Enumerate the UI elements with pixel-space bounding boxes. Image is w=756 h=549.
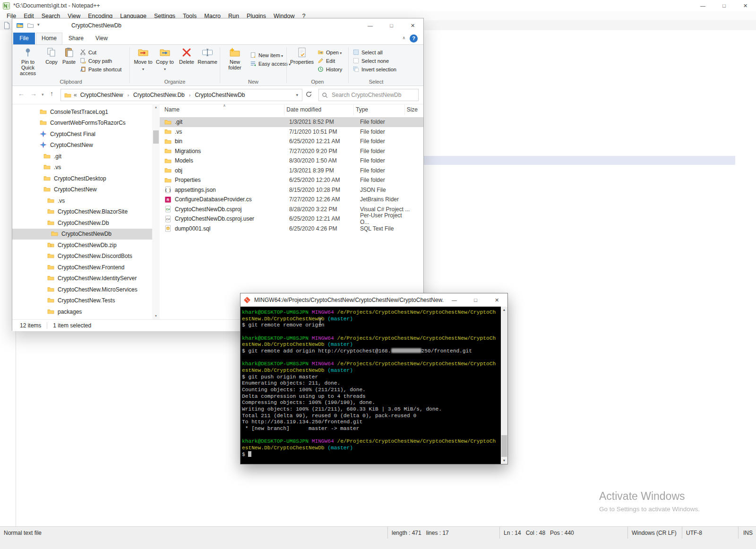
paste-shortcut-button[interactable]: Paste shortcut — [79, 66, 121, 73]
explorer-maximize-button[interactable] — [381, 18, 402, 33]
back-button[interactable] — [18, 90, 25, 97]
column-header-name[interactable]: Name — [163, 104, 284, 115]
new-folder-button[interactable]: New folder — [223, 46, 247, 70]
terminal-text: MINGW64 — [312, 361, 337, 367]
terminal-text: MINGW64 — [312, 335, 337, 341]
address-bar[interactable]: « CryptoChestNew›CryptoChestNew.Db›Crypt… — [60, 89, 302, 101]
edit-button[interactable]: Edit — [317, 57, 342, 64]
scroll-down-icon[interactable] — [501, 457, 507, 464]
open-button[interactable]: Open — [317, 49, 342, 56]
tree-item[interactable]: CryptoChestNew — [12, 184, 152, 196]
column-header-type[interactable]: Type — [354, 104, 405, 115]
properties-button[interactable]: Properties — [289, 46, 315, 65]
breadcrumb-item[interactable]: CryptoChestNew — [79, 92, 124, 98]
tab-file[interactable]: File — [13, 33, 35, 44]
column-header-size[interactable]: Size — [405, 104, 423, 115]
tree-scrollbar[interactable] — [152, 104, 160, 319]
quick-access-toolbar-icon[interactable] — [27, 22, 34, 29]
history-button[interactable]: History — [317, 66, 342, 73]
tree-item[interactable]: CryptoChestNewDb — [12, 229, 152, 240]
terminal-minimize-button[interactable] — [444, 293, 465, 307]
tab-share[interactable]: Share — [63, 33, 89, 44]
move-to-button[interactable]: Move to — [133, 46, 154, 72]
scrollbar-thumb[interactable] — [501, 435, 507, 457]
delete-button[interactable]: Delete — [177, 46, 196, 65]
file-row[interactable]: Properties6/25/2020 12:20 AMFile folder — [160, 175, 423, 185]
tree-item[interactable]: CryptoChest Final — [12, 129, 152, 140]
address-dropdown-icon[interactable] — [296, 93, 300, 97]
tree-item[interactable]: ConsoleTestTraceLog1 — [12, 106, 152, 118]
scroll-up-icon[interactable] — [152, 104, 160, 111]
refresh-icon[interactable] — [305, 91, 314, 99]
easy-access-button[interactable]: Easy access — [249, 60, 291, 67]
select-none-button[interactable]: Select none — [352, 57, 396, 64]
pin-to-quick-access-button[interactable]: Pin to Quick access — [14, 46, 42, 76]
file-row[interactable]: Migrations7/27/2020 9:20 PMFile folder — [160, 146, 423, 156]
file-row[interactable]: C#CryptoChestNewDb.csproj.user6/25/2020 … — [160, 214, 423, 224]
new-file-icon[interactable] — [3, 22, 10, 29]
tree-item[interactable]: ConvertWebFormsToRazorCs — [12, 118, 152, 129]
explorer-minimize-button[interactable] — [360, 18, 381, 33]
scroll-up-icon[interactable] — [501, 307, 507, 313]
tree-item[interactable]: CryptoChestNew.Tests — [12, 295, 152, 307]
tree-item[interactable]: CryptoChestNew.IdentityServer — [12, 273, 152, 284]
breadcrumb-item[interactable]: CryptoChestNew.Db — [132, 92, 186, 98]
rename-button[interactable]: Rename — [197, 46, 218, 65]
tree-item[interactable]: CryptoChestNew.BlazorSite — [12, 206, 152, 218]
tree-item[interactable]: .git — [12, 151, 152, 162]
file-row[interactable]: dump0001.sql6/25/2020 4:26 PMSQL Text Fi… — [160, 224, 423, 234]
file-row[interactable]: bin6/25/2020 12:21 AMFile folder — [160, 137, 423, 146]
tree-item[interactable]: CryptoChestNew — [12, 140, 152, 151]
copy-button[interactable]: Copy — [43, 46, 60, 65]
column-header-date-modified[interactable]: Date modified — [284, 104, 354, 115]
tree-item[interactable]: CryptoChestDesktop — [12, 173, 152, 184]
tree-item[interactable]: CryptoChestNew.MicroServices — [12, 284, 152, 295]
tree-item[interactable]: CryptoChestNew.Frontend — [12, 262, 152, 273]
breadcrumb-overflow[interactable]: « — [74, 92, 77, 98]
terminal-line: Delta compression using up to 4 threads — [242, 394, 500, 400]
search-input[interactable] — [331, 91, 415, 99]
tree-item[interactable]: packages — [12, 306, 152, 317]
forward-button[interactable] — [30, 90, 37, 97]
tab-home[interactable]: Home — [36, 33, 62, 44]
explorer-close-button[interactable] — [402, 18, 423, 33]
close-icon — [743, 3, 747, 9]
scrollbar-thumb[interactable] — [153, 130, 159, 144]
tree-item[interactable]: .vs — [12, 195, 152, 206]
recent-locations-icon[interactable] — [42, 93, 44, 97]
terminal-maximize-button[interactable] — [465, 293, 486, 307]
help-icon[interactable] — [410, 34, 418, 43]
tree-item[interactable]: CryptoChestNew.DiscordBots — [12, 251, 152, 262]
file-row[interactable]: .vs7/1/2020 10:51 PMFile folder — [160, 127, 423, 137]
scroll-down-icon[interactable] — [152, 313, 160, 319]
tab-view[interactable]: View — [90, 33, 113, 44]
file-row[interactable]: obj1/3/2021 8:39 PMFile folder — [160, 166, 423, 176]
select-all-button[interactable]: Select all — [352, 49, 396, 56]
copy-path-button[interactable]: Copy path — [79, 57, 121, 64]
qat-dropdown-icon[interactable] — [37, 23, 45, 30]
file-row[interactable]: RConfigureDatabaseProvider.cs7/27/2020 1… — [160, 195, 423, 205]
invert-selection-button[interactable]: Invert selection — [352, 66, 396, 73]
terminal-screen[interactable]: khark@DESKTOP-UM8SJPN MINGW64 /e/Project… — [241, 307, 507, 464]
file-row[interactable]: { }appsettings.json8/15/2020 10:28 PMJSO… — [160, 185, 423, 195]
notepad-minimize-button[interactable] — [692, 0, 713, 11]
cut-button[interactable]: Cut — [79, 49, 121, 56]
tree-item[interactable]: .vs — [12, 162, 152, 173]
copy-icon — [46, 46, 57, 59]
terminal-scrollbar[interactable] — [501, 307, 507, 464]
notepad-close-button[interactable] — [735, 0, 756, 11]
terminal-close-button[interactable] — [486, 293, 507, 307]
collapse-ribbon-icon[interactable] — [402, 36, 405, 40]
tree-item[interactable]: CryptoChestNew.Db — [12, 217, 152, 229]
up-button[interactable] — [50, 90, 53, 97]
new-item-button[interactable]: New item — [249, 51, 291, 59]
file-row[interactable]: Models8/30/2020 1:50 AMFile folder — [160, 156, 423, 166]
file-row[interactable]: .git1/3/2021 8:52 PMFile folder — [160, 117, 423, 127]
terminal-line: Writing objects: 100% (211/211), 680.33 … — [242, 406, 500, 413]
notepad-maximize-button[interactable] — [713, 0, 735, 11]
tree-item-label: CryptoChestNew.DiscordBots — [58, 253, 132, 259]
copy-to-button[interactable]: Copy to — [155, 46, 175, 72]
tree-item[interactable]: CryptoChestNewDb.zip — [12, 240, 152, 251]
paste-button[interactable]: Paste — [60, 46, 77, 65]
breadcrumb-item[interactable]: CryptoChestNewDb — [194, 92, 246, 98]
